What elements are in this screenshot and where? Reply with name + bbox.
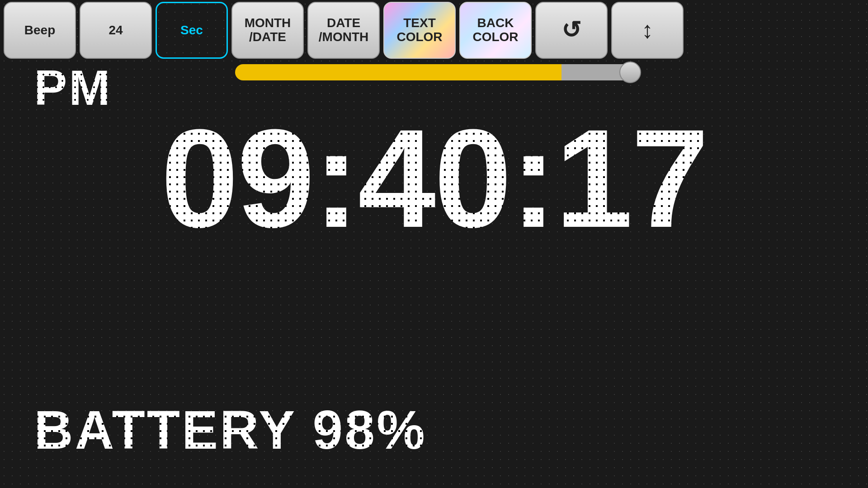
back-color-label: BACK COLOR <box>472 16 518 44</box>
text-color-button[interactable]: TEXT COLOR <box>383 2 456 59</box>
flip-icon: ↕ <box>642 17 653 43</box>
date-month-label: DATE /MONTH <box>319 16 368 44</box>
battery-display: BATTERY 98% <box>34 399 427 461</box>
beep-label: Beep <box>24 23 55 38</box>
slider-track[interactable] <box>235 64 633 80</box>
sec-button[interactable]: Sec <box>156 2 228 59</box>
beep-button[interactable]: Beep <box>4 2 76 59</box>
clock-display: 09:40:17 <box>0 108 868 249</box>
text-color-label: TEXT COLOR <box>396 16 442 44</box>
sec-label: Sec <box>180 23 203 38</box>
date-month-button[interactable]: DATE /MONTH <box>307 2 380 59</box>
hour-format-label: 24 <box>108 23 123 38</box>
month-date-button[interactable]: MONTH /DATE <box>231 2 304 59</box>
flip-button[interactable]: ↕ <box>611 2 684 59</box>
hour-format-button[interactable]: 24 <box>80 2 152 59</box>
rotate-icon: ↺ <box>561 17 581 43</box>
toolbar: Beep 24 Sec MONTH /DATE DATE /MONTH TEXT… <box>0 0 868 57</box>
slider-row <box>0 59 868 86</box>
rotate-button[interactable]: ↺ <box>535 2 608 59</box>
period-label: PM <box>34 59 112 116</box>
slider-thumb[interactable] <box>619 61 641 83</box>
back-color-button[interactable]: BACK COLOR <box>459 2 532 59</box>
month-date-label: MONTH /DATE <box>245 16 291 44</box>
